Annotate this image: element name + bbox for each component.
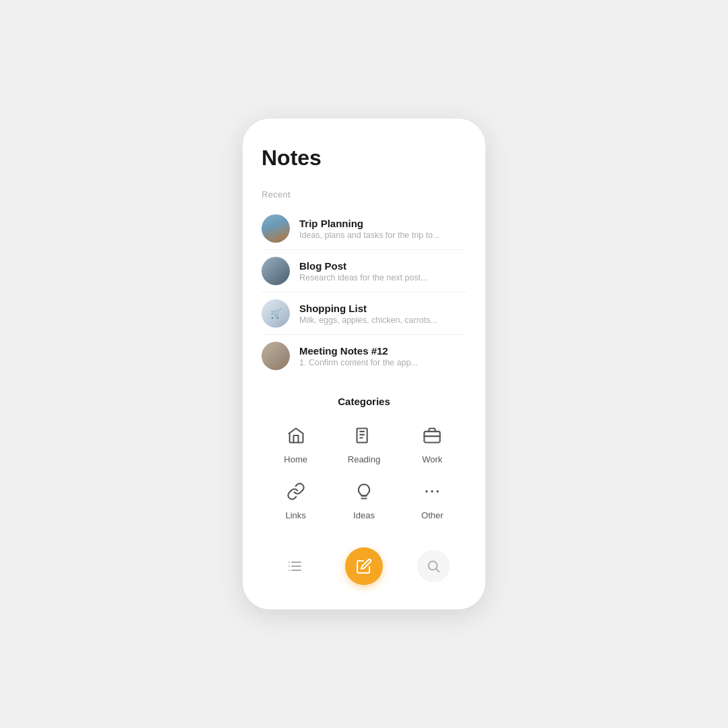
more-dots-icon	[417, 477, 447, 506]
note-preview-trip: Ideas, plans and tasks for the trip to..…	[299, 231, 466, 240]
note-item-meeting[interactable]: Meeting Notes #12 1. Confirm content for…	[262, 335, 466, 377]
category-item-work[interactable]: Work	[398, 421, 466, 464]
svg-rect-1	[425, 431, 440, 442]
home-icon	[281, 421, 311, 450]
svg-point-10	[289, 562, 290, 563]
category-item-reading[interactable]: Reading	[330, 421, 398, 464]
note-item-shopping[interactable]: 🛒 Shopping List Milk, eggs, apples, chic…	[262, 293, 466, 335]
list-nav-button[interactable]	[278, 550, 311, 582]
svg-point-5	[431, 490, 434, 493]
notes-list: Trip Planning Ideas, plans and tasks for…	[262, 208, 466, 377]
svg-point-12	[289, 570, 290, 571]
categories-section: Categories Home	[262, 396, 466, 520]
category-label-links: Links	[285, 510, 305, 520]
shopping-cart-icon: 🛒	[270, 308, 282, 319]
svg-point-11	[289, 566, 290, 567]
note-item-trip[interactable]: Trip Planning Ideas, plans and tasks for…	[262, 208, 466, 250]
phone-frame: Notes Recent Trip Planning Ideas, plans …	[243, 119, 485, 609]
category-label-reading: Reading	[348, 454, 380, 464]
svg-rect-0	[357, 429, 367, 443]
note-item-blog[interactable]: Blog Post Research ideas for the next po…	[262, 250, 466, 293]
recent-label: Recent	[262, 189, 466, 200]
note-avatar-shopping: 🛒	[262, 299, 290, 328]
category-label-work: Work	[422, 454, 442, 464]
categories-grid: Home Reading	[262, 421, 466, 520]
link-icon	[281, 477, 311, 506]
search-icon	[426, 559, 441, 574]
note-avatar-trip	[262, 214, 290, 243]
briefcase-icon	[417, 421, 447, 450]
category-label-ideas: Ideas	[353, 510, 375, 520]
note-title-trip: Trip Planning	[299, 218, 466, 229]
note-text-meeting: Meeting Notes #12 1. Confirm content for…	[299, 345, 466, 367]
category-item-home[interactable]: Home	[262, 421, 330, 464]
svg-line-14	[436, 569, 439, 572]
compose-icon	[356, 558, 372, 574]
note-avatar-meeting	[262, 342, 290, 370]
page-title: Notes	[262, 146, 466, 171]
note-title-meeting: Meeting Notes #12	[299, 345, 466, 357]
note-title-blog: Blog Post	[299, 260, 466, 272]
list-icon	[286, 558, 303, 574]
note-preview-blog: Research ideas for the next post...	[299, 273, 466, 282]
compose-button[interactable]	[345, 547, 383, 585]
svg-point-4	[425, 490, 428, 493]
category-item-ideas[interactable]: Ideas	[330, 477, 398, 520]
bottom-nav	[262, 542, 466, 585]
book-icon	[349, 421, 379, 450]
note-avatar-blog	[262, 257, 290, 285]
categories-title: Categories	[262, 396, 466, 407]
note-text-shopping: Shopping List Milk, eggs, apples, chicke…	[299, 303, 466, 325]
search-button[interactable]	[417, 550, 450, 582]
category-item-links[interactable]: Links	[262, 477, 330, 520]
category-item-other[interactable]: Other	[398, 477, 466, 520]
lightbulb-icon	[349, 477, 379, 506]
note-preview-meeting: 1. Confirm content for the app...	[299, 358, 466, 367]
svg-point-6	[437, 490, 439, 493]
note-text-blog: Blog Post Research ideas for the next po…	[299, 260, 466, 282]
note-title-shopping: Shopping List	[299, 303, 466, 314]
category-label-other: Other	[421, 510, 444, 520]
category-label-home: Home	[284, 454, 307, 464]
note-text-trip: Trip Planning Ideas, plans and tasks for…	[299, 218, 466, 240]
note-preview-shopping: Milk, eggs, apples, chicken, carrots...	[299, 315, 466, 325]
